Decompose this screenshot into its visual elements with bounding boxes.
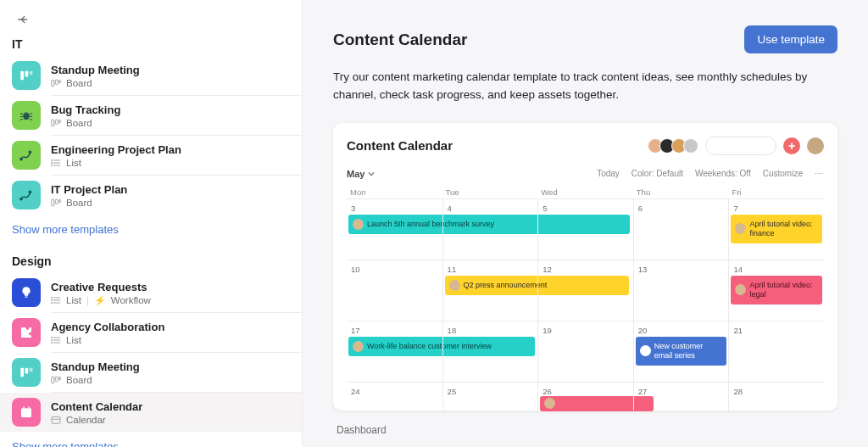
board-view-icon: [51, 198, 61, 207]
view-label: Board: [66, 78, 92, 88]
day-number: 12: [538, 263, 633, 276]
svg-point-8: [27, 112, 29, 114]
template-item-standup[interactable]: Standup Meeting Board: [0, 56, 302, 95]
sidebar: IT Standup Meeting Board Bug Tracking: [0, 0, 303, 447]
svg-rect-3: [52, 80, 54, 87]
use-template-button[interactable]: Use template: [744, 25, 837, 53]
day-cell[interactable]: 13: [633, 260, 729, 321]
weekday: Tue: [442, 186, 538, 198]
day-cell[interactable]: 11 Q2 press announcement: [442, 260, 538, 321]
day-cell[interactable]: 19: [537, 321, 633, 382]
list-view-icon: [51, 296, 61, 305]
list-view-icon: [51, 336, 61, 344]
user-avatar[interactable]: [807, 137, 824, 154]
day-cell[interactable]: 10: [347, 260, 442, 321]
svg-rect-5: [59, 80, 61, 83]
svg-point-16: [52, 165, 53, 165]
weekends-toggle[interactable]: Weekends: Off: [695, 169, 751, 178]
color-setting[interactable]: Color: Default: [632, 169, 683, 178]
svg-rect-31: [30, 368, 33, 372]
calendar-event[interactable]: New customer email series: [636, 337, 727, 366]
day-number: 11: [443, 263, 538, 276]
template-item-creative-requests[interactable]: Creative Requests List | ⚡ Workflow: [0, 273, 302, 312]
back-button[interactable]: [12, 8, 34, 31]
day-cell[interactable]: 14 April tutorial video: legal: [728, 260, 824, 321]
day-cell[interactable]: 5: [537, 198, 633, 260]
day-number: 28: [729, 385, 824, 398]
svg-rect-11: [59, 120, 61, 123]
svg-rect-21: [59, 199, 61, 203]
day-cell[interactable]: 7 April tutorial video: finance: [728, 198, 824, 260]
day-cell[interactable]: 28: [728, 382, 824, 411]
day-cell[interactable]: 27: [633, 382, 729, 411]
template-item-it-project-plan[interactable]: IT Project Plan Board: [0, 176, 302, 215]
svg-rect-9: [52, 120, 54, 126]
svg-point-7: [25, 112, 26, 114]
svg-rect-36: [21, 409, 31, 411]
svg-rect-37: [23, 406, 25, 409]
day-number: 4: [443, 202, 538, 215]
view-label: List: [66, 335, 81, 345]
day-number: 19: [538, 324, 633, 337]
day-cell[interactable]: 4: [442, 198, 538, 260]
separator: |: [86, 295, 89, 305]
section-title-it: IT: [0, 31, 302, 56]
template-title: Engineering Project Plan: [51, 142, 290, 157]
day-cell[interactable]: 17 Work-life balance customer interview: [347, 321, 442, 382]
calendar-event[interactable]: April tutorial video: legal: [731, 276, 822, 305]
view-label: Calendar: [66, 415, 106, 425]
customize-button[interactable]: Customize: [763, 169, 803, 178]
show-more-it[interactable]: Show more templates: [0, 215, 302, 248]
view-label: Board: [66, 375, 92, 385]
plan-icon: [12, 141, 41, 170]
page-description: Try our content marketing calendar templ…: [333, 69, 808, 104]
svg-point-18: [29, 191, 31, 193]
day-number: 3: [347, 202, 442, 215]
template-item-eng-project-plan[interactable]: Engineering Project Plan List: [0, 136, 302, 175]
svg-rect-32: [52, 377, 54, 383]
plan-icon: [12, 181, 41, 210]
day-number: 10: [347, 263, 442, 276]
template-item-standup-design[interactable]: Standup Meeting Board: [0, 353, 302, 392]
month-label: May: [347, 169, 364, 179]
day-cell[interactable]: 6: [633, 198, 729, 260]
day-number: 7: [729, 202, 824, 215]
day-cell[interactable]: 21: [728, 321, 824, 382]
member-avatars[interactable]: [648, 138, 698, 154]
day-number: 13: [634, 263, 729, 276]
day-cell[interactable]: 12: [537, 260, 633, 321]
today-button[interactable]: Today: [597, 169, 620, 178]
search-input[interactable]: [705, 137, 776, 155]
svg-rect-1: [25, 71, 29, 77]
day-number: 17: [347, 324, 442, 337]
template-item-agency-collab[interactable]: Agency Collaboration List: [0, 313, 302, 352]
day-cell[interactable]: 18: [442, 321, 538, 382]
show-more-design[interactable]: Show more templates: [0, 432, 302, 447]
workflow-label: Workflow: [111, 295, 151, 305]
day-number: 6: [634, 202, 729, 215]
calendar-preview: Content Calendar + May: [333, 123, 837, 411]
template-item-content-calendar[interactable]: Content Calendar Calendar: [0, 393, 302, 432]
more-icon[interactable]: ⋯: [815, 169, 824, 178]
template-item-bug-tracking[interactable]: Bug Tracking Board: [0, 96, 302, 135]
day-cell[interactable]: 25: [442, 382, 538, 411]
add-button[interactable]: +: [783, 137, 800, 154]
board-icon: [12, 358, 41, 387]
workflow-icon: ⚡: [94, 295, 106, 306]
svg-point-28: [52, 342, 53, 343]
day-number: 5: [538, 202, 633, 215]
svg-point-27: [52, 339, 53, 340]
month-picker[interactable]: May: [347, 169, 375, 179]
svg-point-23: [52, 297, 53, 298]
calendar-icon: [12, 398, 41, 427]
day-cell[interactable]: 3 Launch 5th annual benchmark survey: [347, 198, 442, 260]
day-cell[interactable]: 26: [537, 382, 633, 411]
day-number: 25: [443, 385, 538, 398]
calendar-event[interactable]: April tutorial video: finance: [731, 215, 822, 243]
calendar-view-icon: [51, 416, 61, 424]
board-view-icon: [51, 79, 61, 87]
avatar: [683, 138, 698, 154]
day-cell[interactable]: 20 New customer email series: [633, 321, 729, 382]
view-label: Board: [66, 118, 92, 128]
day-cell[interactable]: 24: [347, 382, 442, 411]
